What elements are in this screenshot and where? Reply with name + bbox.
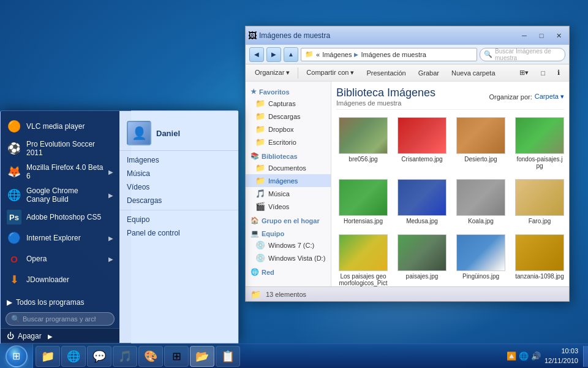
image-item-koala[interactable]: Koala.jpg [454, 177, 508, 227]
image-item-hortensias[interactable]: Hortensias.jpg [336, 177, 390, 227]
main-header: Biblioteca Imágenes Imágenes de muestra … [336, 86, 564, 110]
right-item-imagenes[interactable]: Imágenes [119, 153, 238, 167]
arrow-icon: ▶ [108, 235, 113, 242]
taskbar-item-grid[interactable]: ⊞ [164, 346, 189, 367]
address-sep: ▶ [354, 52, 358, 58]
preview-button[interactable]: □ [535, 66, 551, 80]
sidebar-item-vista[interactable]: 💿 Windows Vista (D:) [246, 251, 331, 264]
start-item-chrome[interactable]: 🌐 Google Chrome Canary Build ▶ [1, 183, 119, 207]
right-item-musica[interactable]: Música [119, 167, 238, 180]
view-button[interactable]: ⊞▾ [514, 66, 534, 80]
start-item-opera[interactable]: O Opera ▶ [1, 248, 119, 269]
taskbar-items: 📁 🌐 💬 🎵 🎨 ⊞ 📂 📋 [33, 344, 502, 368]
volume-icon[interactable]: 🔊 [531, 351, 541, 361]
image-item-pinguinos[interactable]: Pingüinos.jpg [454, 232, 508, 286]
user-avatar: 👤 [127, 121, 151, 145]
sidebar-item-win7[interactable]: 💿 Windows 7 (C:) [246, 239, 331, 251]
start-search-input[interactable] [23, 315, 96, 323]
ie-label: Internet Explorer [26, 234, 104, 242]
sidebar-item-documentos[interactable]: 📁 Documentos [246, 161, 331, 174]
search-box[interactable]: 🔍 Buscar Imágenes de muestra [480, 48, 565, 61]
taskbar-item-spotify[interactable]: 🎵 [113, 346, 137, 367]
all-programs-arrow: ▶ [7, 298, 12, 307]
new-folder-button[interactable]: Nueva carpeta [446, 66, 501, 80]
equipo-label: Equipo [127, 215, 149, 224]
favorites-icon: ★ [251, 88, 257, 96]
image-item-desierto[interactable]: Desierto.jpg [454, 115, 508, 172]
start-button[interactable]: ⊞ [0, 344, 33, 369]
sidebar-section-bibliotecas[interactable]: 📚 Bibliotecas [246, 148, 331, 161]
drive-icon: 💿 [255, 240, 265, 250]
network-icon[interactable]: 🌐 [519, 351, 529, 361]
image-item-faro[interactable]: Faro.jpg [513, 177, 567, 227]
tray-expand-icon[interactable]: 🔼 [507, 351, 516, 361]
right-item-descargas[interactable]: Descargas [119, 194, 238, 207]
address-path[interactable]: 📁 « Imágenes ▶ Imágenes de muestra [301, 48, 477, 61]
sidebar-item-videos[interactable]: 🎬 Vídeos [246, 200, 331, 213]
right-divider [119, 210, 238, 210]
sidebar-section-favorites[interactable]: ★ Favoritos [246, 85, 331, 97]
image-thumbnail [456, 179, 505, 216]
panel-label: Panel de control [127, 229, 180, 237]
maximize-button[interactable]: □ [533, 29, 549, 42]
show-desktop-button[interactable] [583, 346, 588, 367]
start-item-vlc[interactable]: 🟠 VLC media player [1, 116, 119, 137]
sidebar-item-descargas[interactable]: 📁 Descargas [246, 110, 331, 123]
image-item-bre056[interactable]: bre056.jpg [336, 115, 390, 172]
ie-icon: 🔵 [7, 231, 21, 245]
right-item-panel[interactable]: Panel de control [119, 226, 238, 240]
start-item-photoshop[interactable]: Ps Adobe Photoshop CS5 [1, 207, 119, 228]
up-button[interactable]: ▲ [284, 47, 298, 62]
search-icon: 🔍 [11, 315, 20, 323]
shutdown-button[interactable]: ⏻ Apagar ▶ [1, 328, 119, 343]
slideshow-button[interactable]: Presentación [361, 66, 412, 80]
right-item-equipo[interactable]: Equipo [119, 213, 238, 226]
all-programs-button[interactable]: ▶ Todos los programas [1, 295, 119, 310]
image-thumbnail [339, 234, 388, 271]
sidebar-section-red[interactable]: 🌐 Red [246, 264, 331, 277]
image-item-paisajes[interactable]: paisajes.jpg [395, 232, 449, 286]
right-item-videos[interactable]: Vídeos [119, 180, 238, 194]
taskbar-item-clipboard[interactable]: 📋 [216, 346, 240, 367]
share-button[interactable]: Compartir con ▾ [301, 66, 360, 80]
back-button[interactable]: ◀ [249, 47, 264, 62]
organize-button[interactable]: Organizar ▾ [249, 66, 295, 80]
sidebar-item-musica[interactable]: 🎵 Música [246, 187, 331, 200]
start-search-box[interactable]: 🔍 [6, 312, 115, 326]
start-item-ie[interactable]: 🔵 Internet Explorer ▶ [1, 228, 119, 248]
close-button[interactable]: ✕ [551, 29, 567, 42]
shutdown-arrow: ▶ [48, 333, 53, 340]
taskbar-item-explorer[interactable]: 📁 [36, 346, 60, 367]
photoshop-icon: Ps [7, 210, 21, 224]
organize-by: Organizar por: Carpeta ▾ [489, 93, 564, 101]
date-display: 12/11/2010 [545, 356, 578, 366]
image-item-tanzania[interactable]: tanzania-1098.jpg [513, 232, 567, 286]
taskbar-item-paint[interactable]: 🎨 [138, 346, 163, 367]
sidebar-section-grupo[interactable]: 🏠 Grupo en el hogar [246, 213, 331, 226]
organize-by-value[interactable]: Carpeta ▾ [535, 93, 564, 101]
forward-button[interactable]: ▶ [266, 47, 281, 62]
minimize-button[interactable]: ─ [516, 29, 532, 42]
start-item-firefox[interactable]: 🦊 Mozilla Firefox 4.0 Beta 6 ▶ [1, 160, 119, 183]
taskbar-item-folder2[interactable]: 📂 [190, 346, 214, 367]
sidebar-section-equipo[interactable]: 💻 Equipo [246, 226, 331, 239]
image-item-paisajes3[interactable]: Los paisajes geomorfologicos_Picture3.jp… [336, 232, 390, 286]
image-item-crisantemo[interactable]: Crisantemo.jpg [395, 115, 449, 172]
clock[interactable]: 10:03 12/11/2010 [545, 347, 578, 366]
images-grid: bre056.jpg Crisantemo.jpg Desierto.jpg f… [336, 112, 564, 286]
taskbar-item-wlm[interactable]: 💬 [87, 346, 111, 367]
sidebar-item-dropbox[interactable]: 📁 Dropbox [246, 123, 331, 136]
library-title: Biblioteca Imágenes [336, 86, 435, 99]
burn-button[interactable]: Grabar [413, 66, 445, 80]
start-item-pes[interactable]: ⚽ Pro Evolution Soccer 2011 [1, 137, 119, 160]
image-item-fondos[interactable]: fondos-paisajes.jpg [513, 115, 567, 172]
taskbar-item-chrome[interactable]: 🌐 [61, 346, 86, 367]
taskbar: ⊞ 📁 🌐 💬 🎵 🎨 ⊞ 📂 📋 🔼 🌐 🔊 10:03 12/11/2010 [0, 343, 588, 368]
start-item-jdownloader[interactable]: ⬇ JDownloader [1, 269, 119, 290]
sidebar-item-escritorio[interactable]: 📁 Escritorio [246, 136, 331, 148]
sidebar-item-capturas[interactable]: 📁 Capturas [246, 97, 331, 110]
image-item-medusa[interactable]: Medusa.jpg [395, 177, 449, 227]
details-button[interactable]: ℹ [552, 66, 565, 80]
arrow-icon: ▶ [108, 192, 113, 199]
sidebar-item-imagenes[interactable]: 📁 Imágenes [246, 174, 331, 187]
